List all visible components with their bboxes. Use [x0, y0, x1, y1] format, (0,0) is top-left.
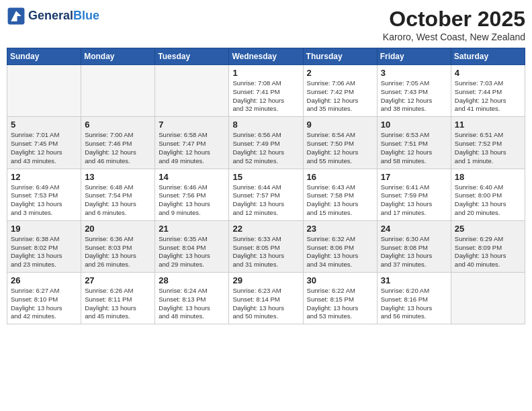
day-number: 18	[455, 172, 521, 182]
day-header-wednesday: Wednesday	[229, 48, 303, 65]
calendar-week-1: 1Sunrise: 7:08 AMSunset: 7:41 PMDaylight…	[7, 65, 525, 117]
calendar-cell: 20Sunrise: 6:36 AMSunset: 8:03 PMDayligh…	[81, 220, 155, 272]
header-row: SundayMondayTuesdayWednesdayThursdayFrid…	[7, 48, 525, 65]
day-number: 13	[85, 172, 151, 182]
day-number: 21	[159, 224, 225, 234]
calendar-cell	[7, 65, 81, 117]
day-info: Sunrise: 6:38 AMSunset: 8:02 PMDaylight:…	[11, 235, 77, 269]
day-info: Sunrise: 6:24 AMSunset: 8:13 PMDaylight:…	[159, 287, 225, 321]
day-header-tuesday: Tuesday	[155, 48, 229, 65]
calendar-cell: 13Sunrise: 6:48 AMSunset: 7:54 PMDayligh…	[81, 169, 155, 220]
day-number: 25	[455, 224, 521, 234]
calendar-cell: 7Sunrise: 6:58 AMSunset: 7:47 PMDaylight…	[155, 117, 229, 169]
day-number: 24	[381, 224, 447, 234]
day-header-friday: Friday	[377, 48, 451, 65]
calendar-cell: 30Sunrise: 6:22 AMSunset: 8:15 PMDayligh…	[303, 273, 377, 324]
day-info: Sunrise: 6:43 AMSunset: 7:58 PMDaylight:…	[307, 183, 373, 218]
day-info: Sunrise: 7:01 AMSunset: 7:45 PMDaylight:…	[11, 131, 77, 165]
calendar-cell: 24Sunrise: 6:30 AMSunset: 8:08 PMDayligh…	[377, 220, 451, 272]
calendar-header: SundayMondayTuesdayWednesdayThursdayFrid…	[7, 48, 525, 65]
logo-icon	[7, 7, 26, 26]
calendar-cell: 4Sunrise: 7:03 AMSunset: 7:44 PMDaylight…	[451, 65, 525, 117]
calendar-cell: 5Sunrise: 7:01 AMSunset: 7:45 PMDaylight…	[7, 117, 81, 169]
day-info: Sunrise: 6:32 AMSunset: 8:06 PMDaylight:…	[307, 235, 373, 269]
calendar-week-4: 19Sunrise: 6:38 AMSunset: 8:02 PMDayligh…	[7, 220, 525, 272]
calendar-cell: 8Sunrise: 6:56 AMSunset: 7:49 PMDaylight…	[229, 117, 303, 169]
logo: GeneralBlue	[7, 7, 99, 26]
day-info: Sunrise: 7:08 AMSunset: 7:41 PMDaylight:…	[232, 79, 299, 113]
day-info: Sunrise: 6:58 AMSunset: 7:47 PMDaylight:…	[159, 131, 225, 165]
calendar-week-5: 26Sunrise: 6:27 AMSunset: 8:10 PMDayligh…	[7, 273, 525, 324]
day-number: 20	[85, 224, 151, 234]
calendar-table: SundayMondayTuesdayWednesdayThursdayFrid…	[7, 48, 525, 324]
title-area: October 2025 Karoro, West Coast, New Zea…	[383, 7, 525, 42]
calendar-cell: 25Sunrise: 6:29 AMSunset: 8:09 PMDayligh…	[451, 220, 525, 272]
day-number: 30	[307, 275, 373, 285]
day-number: 10	[381, 120, 447, 130]
day-number: 27	[85, 275, 151, 285]
calendar-cell	[155, 65, 229, 117]
calendar-cell: 18Sunrise: 6:40 AMSunset: 8:00 PMDayligh…	[451, 169, 525, 220]
calendar-cell: 1Sunrise: 7:08 AMSunset: 7:41 PMDaylight…	[229, 65, 303, 117]
day-info: Sunrise: 6:26 AMSunset: 8:11 PMDaylight:…	[85, 287, 151, 321]
month-title: October 2025	[383, 7, 525, 32]
day-info: Sunrise: 6:53 AMSunset: 7:51 PMDaylight:…	[381, 131, 447, 165]
calendar-cell: 16Sunrise: 6:43 AMSunset: 7:58 PMDayligh…	[303, 169, 377, 220]
logo-text: GeneralBlue	[28, 9, 99, 23]
day-number: 31	[381, 275, 447, 285]
day-number: 2	[307, 68, 373, 78]
calendar-cell: 31Sunrise: 6:20 AMSunset: 8:16 PMDayligh…	[377, 273, 451, 324]
day-header-sunday: Sunday	[7, 48, 81, 65]
calendar-cell: 12Sunrise: 6:49 AMSunset: 7:53 PMDayligh…	[7, 169, 81, 220]
calendar-cell: 3Sunrise: 7:05 AMSunset: 7:43 PMDaylight…	[377, 65, 451, 117]
calendar-cell: 11Sunrise: 6:51 AMSunset: 7:52 PMDayligh…	[451, 117, 525, 169]
day-number: 9	[307, 120, 373, 130]
calendar-cell: 29Sunrise: 6:23 AMSunset: 8:14 PMDayligh…	[229, 273, 303, 324]
day-info: Sunrise: 6:44 AMSunset: 7:57 PMDaylight:…	[232, 183, 299, 218]
calendar-cell: 22Sunrise: 6:33 AMSunset: 8:05 PMDayligh…	[229, 220, 303, 272]
page-header: GeneralBlue October 2025 Karoro, West Co…	[7, 7, 525, 42]
day-info: Sunrise: 6:36 AMSunset: 8:03 PMDaylight:…	[85, 235, 151, 269]
day-header-monday: Monday	[81, 48, 155, 65]
calendar-cell: 2Sunrise: 7:06 AMSunset: 7:42 PMDaylight…	[303, 65, 377, 117]
day-number: 11	[455, 120, 521, 130]
day-number: 17	[381, 172, 447, 182]
calendar-cell: 10Sunrise: 6:53 AMSunset: 7:51 PMDayligh…	[377, 117, 451, 169]
calendar-cell: 19Sunrise: 6:38 AMSunset: 8:02 PMDayligh…	[7, 220, 81, 272]
day-info: Sunrise: 6:30 AMSunset: 8:08 PMDaylight:…	[381, 235, 447, 269]
day-info: Sunrise: 7:05 AMSunset: 7:43 PMDaylight:…	[381, 79, 447, 113]
calendar-cell: 6Sunrise: 7:00 AMSunset: 7:46 PMDaylight…	[81, 117, 155, 169]
day-info: Sunrise: 6:20 AMSunset: 8:16 PMDaylight:…	[381, 287, 447, 321]
calendar-week-2: 5Sunrise: 7:01 AMSunset: 7:45 PMDaylight…	[7, 117, 525, 169]
calendar-cell: 23Sunrise: 6:32 AMSunset: 8:06 PMDayligh…	[303, 220, 377, 272]
day-number: 8	[232, 120, 299, 130]
day-header-saturday: Saturday	[451, 48, 525, 65]
day-info: Sunrise: 6:54 AMSunset: 7:50 PMDaylight:…	[307, 131, 373, 165]
day-info: Sunrise: 7:06 AMSunset: 7:42 PMDaylight:…	[307, 79, 373, 113]
day-number: 22	[232, 224, 299, 234]
day-info: Sunrise: 6:33 AMSunset: 8:05 PMDaylight:…	[232, 235, 299, 269]
day-number: 6	[85, 120, 151, 130]
day-number: 15	[232, 172, 299, 182]
calendar-cell: 27Sunrise: 6:26 AMSunset: 8:11 PMDayligh…	[81, 273, 155, 324]
day-info: Sunrise: 6:22 AMSunset: 8:15 PMDaylight:…	[307, 287, 373, 321]
day-number: 7	[159, 120, 225, 130]
calendar-cell: 21Sunrise: 6:35 AMSunset: 8:04 PMDayligh…	[155, 220, 229, 272]
day-number: 1	[232, 68, 299, 78]
calendar-cell: 26Sunrise: 6:27 AMSunset: 8:10 PMDayligh…	[7, 273, 81, 324]
calendar-cell: 15Sunrise: 6:44 AMSunset: 7:57 PMDayligh…	[229, 169, 303, 220]
day-number: 12	[11, 172, 77, 182]
day-info: Sunrise: 6:56 AMSunset: 7:49 PMDaylight:…	[232, 131, 299, 165]
day-info: Sunrise: 6:40 AMSunset: 8:00 PMDaylight:…	[455, 183, 521, 218]
day-header-thursday: Thursday	[303, 48, 377, 65]
day-info: Sunrise: 6:49 AMSunset: 7:53 PMDaylight:…	[11, 183, 77, 218]
day-number: 26	[11, 275, 77, 285]
day-number: 28	[159, 275, 225, 285]
day-info: Sunrise: 6:46 AMSunset: 7:56 PMDaylight:…	[159, 183, 225, 218]
day-number: 3	[381, 68, 447, 78]
day-number: 16	[307, 172, 373, 182]
calendar-cell	[81, 65, 155, 117]
day-number: 29	[232, 275, 299, 285]
day-info: Sunrise: 6:23 AMSunset: 8:14 PMDaylight:…	[232, 287, 299, 321]
day-info: Sunrise: 7:00 AMSunset: 7:46 PMDaylight:…	[85, 131, 151, 165]
